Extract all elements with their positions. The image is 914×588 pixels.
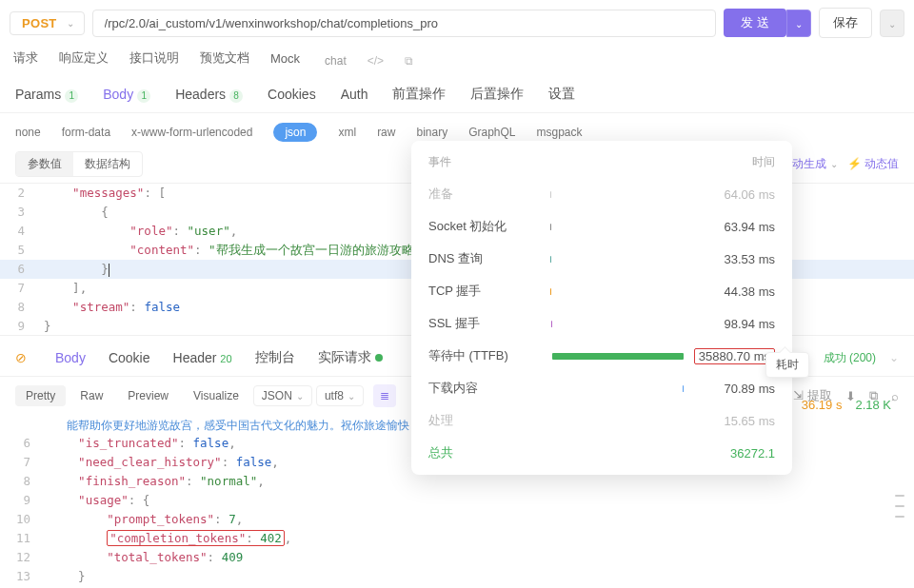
header-count: 20 [220,353,231,364]
http-method-select[interactable]: POST ⌄ [10,11,85,35]
response-size: 2.18 K [855,398,891,412]
line-number: 11 [0,529,44,548]
tab-request[interactable]: 请求 [13,49,38,72]
line-number: 6 [0,260,38,279]
warning-icon[interactable]: ⊘ [15,350,32,365]
body-type-binary[interactable]: binary [416,126,447,139]
response-time[interactable]: 36.19 s [802,398,843,412]
line-number: 9 [0,317,38,335]
body-type-json[interactable]: json [273,123,317,142]
tab-settings[interactable]: 设置 [548,86,575,103]
boxes-icon[interactable]: ⧉ [405,54,413,68]
main-tabs: 请求 响应定义 接口说明 预览文档 Mock chat </> ⧉ [0,46,914,72]
body-type-none[interactable]: none [15,126,41,139]
timing-row-download: 下载内容 70.89 ms [411,372,792,404]
tab-mock[interactable]: Mock [270,51,300,71]
resp-tab-console[interactable]: 控制台 [255,349,295,366]
send-more-button[interactable]: ⌄ [786,10,811,37]
body-badge: 1 [137,89,150,103]
line-number: 2 [0,184,38,203]
body-type-raw[interactable]: raw [377,126,395,139]
tab-pre-script[interactable]: 前置操作 [392,86,446,103]
tab-cookies[interactable]: Cookies [268,87,316,102]
url-input[interactable] [92,10,717,37]
tab-api-doc[interactable]: 接口说明 [129,49,179,72]
timing-header: 事件 时间 [411,147,792,178]
line-number: 12 [0,548,44,567]
line-number: 13 [0,567,44,586]
resp-view-pretty[interactable]: Pretty [15,385,66,406]
request-section-tabs: Params1 Body1 Headers8 Cookies Auth 前置操作… [0,72,914,113]
line-number: 3 [0,203,38,222]
auto-generate-button[interactable]: 动生成 ⌄ [792,156,837,172]
resp-format-select[interactable]: JSON⌄ [253,385,312,406]
resp-view-preview[interactable]: Preview [117,385,179,406]
highlight-ttfb: 35880.70 ms [694,348,775,364]
body-type-formdata[interactable]: form-data [62,126,110,139]
line-number: 10 [0,510,44,529]
tooltip: 耗时 [765,352,809,378]
body-type-xwww[interactable]: x-www-form-urlencoded [131,126,252,139]
tab-headers[interactable]: Headers8 [175,87,243,103]
chevron-down-icon: ⌄ [67,18,74,29]
timing-row-ttfb: 等待中 (TTFB) 35880.70 ms [411,340,792,372]
line-number: 8 [0,298,38,317]
line-number: 6 [0,434,44,453]
resize-handle[interactable] [895,495,904,518]
resp-tab-body[interactable]: Body [55,350,86,365]
timing-row-process: 处理 15.65 ms [411,404,792,437]
search-icon[interactable]: ⌕ [891,389,899,403]
status-text: 成功 (200) [824,350,876,366]
tab-response-def[interactable]: 响应定义 [59,49,109,72]
line-number: 5 [0,241,38,260]
timing-row-socket: Socket 初始化 63.94 ms [411,210,792,243]
code-icon[interactable]: </> [368,54,384,68]
tab-body[interactable]: Body1 [103,87,150,103]
tab-auth[interactable]: Auth [341,87,368,102]
chevron-down-icon: ⌄ [795,19,803,29]
timing-breakdown-panel: 事件 时间 准备 64.06 ms Socket 初始化 63.94 ms DN… [411,141,792,475]
timing-row-tcp: TCP 握手 44.38 ms [411,275,792,307]
timing-row-prep: 准备 64.06 ms [411,178,792,210]
chevron-down-icon: ⌄ [830,159,838,169]
chevron-down-icon: ⌄ [348,391,355,402]
subtab-struct[interactable]: 数据结构 [73,152,142,176]
resp-tab-real-request[interactable]: 实际请求 [318,349,383,366]
timing-row-ssl: SSL 握手 98.94 ms [411,307,792,340]
save-button[interactable]: 保存 [819,8,872,38]
http-method: POST [22,16,57,30]
send-button[interactable]: 发 送 [724,9,786,37]
cursor-caret [109,264,109,277]
save-more-button[interactable]: ⌄ [880,10,904,37]
resp-view-raw[interactable]: Raw [70,385,113,406]
resp-tab-cookie[interactable]: Cookie [109,350,150,365]
chevron-down-icon: ⌄ [888,19,896,29]
dynamic-value-button[interactable]: ⚡ 动态值 [847,156,899,172]
tab-params[interactable]: Params1 [15,87,78,103]
body-type-selector: none form-data x-www-form-urlencoded jso… [0,113,914,142]
timing-row-total: 总共 36272.1 [411,437,792,469]
body-type-msgpack[interactable]: msgpack [537,126,583,139]
chevron-down-icon[interactable]: ⌄ [889,351,899,364]
tab-post-script[interactable]: 后置操作 [470,86,524,103]
format-icon[interactable]: ≣ [373,384,396,407]
subtab-value[interactable]: 参数值 [16,152,73,176]
body-type-xml[interactable]: xml [338,126,356,139]
line-number: 7 [0,453,44,472]
resp-view-visualize[interactable]: Visualize [183,385,249,406]
editor-right-actions: 动生成 ⌄ ⚡ 动态值 [792,156,899,172]
body-type-graphql[interactable]: GraphQL [468,126,515,139]
line-number: 8 [0,472,44,491]
line-number: 7 [0,279,38,298]
line-number: 9 [0,491,44,510]
resp-encoding-select[interactable]: utf8⌄ [316,385,364,406]
timing-row-dns: DNS 查询 33.53 ms [411,243,792,275]
params-badge: 1 [65,89,78,103]
highlight-completion-tokens: "completion_tokens": 402 [107,530,285,546]
headers-badge: 8 [229,89,243,103]
resp-tab-header[interactable]: Header 20 [173,350,232,365]
editor-subtabs: 参数值 数据结构 [15,151,143,177]
tab-preview-doc[interactable]: 预览文档 [200,49,249,72]
line-number: 4 [0,222,38,241]
chevron-down-icon: ⌄ [296,391,304,402]
